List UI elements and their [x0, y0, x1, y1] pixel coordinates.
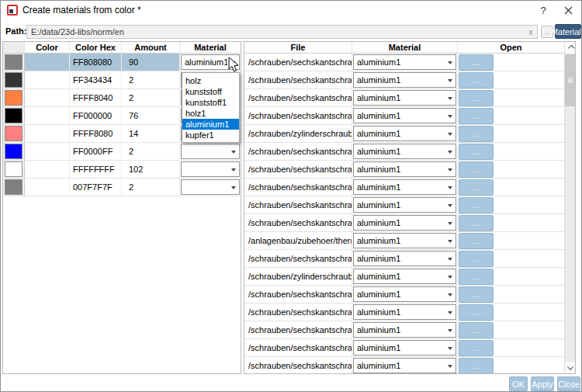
- vertical-scrollbar[interactable]: [564, 42, 575, 373]
- material-combobox[interactable]: aluminium1: [353, 72, 456, 88]
- chevron-down-icon[interactable]: [444, 344, 456, 352]
- chevron-down-icon[interactable]: [444, 76, 456, 85]
- chevron-down-icon[interactable]: [444, 237, 456, 245]
- chevron-down-icon[interactable]: [444, 308, 456, 317]
- help-button[interactable]: ?: [532, 1, 555, 19]
- path-input[interactable]: E:/data/23d-libs/norm/en x: [26, 25, 538, 39]
- chevron-down-icon[interactable]: [444, 362, 456, 370]
- chevron-down-icon[interactable]: [444, 130, 456, 138]
- table-row[interactable]: 007F7F7F2: [3, 179, 241, 196]
- open-browse-button[interactable]: ...: [459, 72, 494, 88]
- open-browse-button[interactable]: ...: [459, 197, 494, 213]
- table-row[interactable]: /schrauben/sechskantschraub...aluminium1…: [244, 250, 564, 268]
- open-browse-button[interactable]: ...: [459, 251, 494, 267]
- open-browse-button[interactable]: ...: [459, 358, 494, 374]
- table-row[interactable]: /schrauben/sechskantschraub...aluminium1…: [244, 179, 564, 196]
- table-row[interactable]: /schrauben/sechskantschraub...aluminium1…: [244, 321, 564, 339]
- chevron-down-icon[interactable]: [444, 165, 456, 174]
- material-combobox[interactable]: [181, 161, 240, 177]
- material-combobox[interactable]: aluminium1: [353, 197, 456, 213]
- material-combobox[interactable]: aluminium1: [353, 144, 456, 159]
- chevron-down-icon[interactable]: [444, 201, 456, 210]
- open-browse-button[interactable]: ...: [459, 90, 494, 106]
- apply-button[interactable]: Apply: [531, 376, 554, 391]
- open-browse-button[interactable]: ...: [459, 215, 494, 231]
- table-row[interactable]: FFFFFFFF102: [3, 161, 241, 179]
- table-row[interactable]: /schrauben/sechskantschraub...aluminium1…: [244, 357, 564, 374]
- chevron-down-icon[interactable]: [444, 183, 456, 192]
- material-combobox[interactable]: aluminium1: [353, 161, 456, 177]
- dropdown-option[interactable]: aluminium1: [182, 119, 239, 130]
- scrollbar-thumb[interactable]: [565, 54, 576, 106]
- table-row[interactable]: /schrauben/sechskantschraub...aluminium1…: [244, 339, 564, 357]
- table-row[interactable]: /schrauben/sechskantschraub...aluminium1…: [244, 89, 564, 107]
- chevron-down-icon[interactable]: [444, 219, 456, 227]
- column-header-file[interactable]: File: [244, 42, 352, 53]
- material-combobox[interactable]: aluminium1: [353, 358, 456, 373]
- table-row[interactable]: FF80808090aluminium1: [3, 54, 241, 71]
- material-combobox[interactable]: aluminium1: [353, 304, 456, 320]
- open-browse-button[interactable]: ...: [459, 269, 494, 285]
- open-browse-button[interactable]: ...: [459, 108, 494, 124]
- open-browse-button[interactable]: ...: [459, 179, 494, 196]
- dropdown-option[interactable]: holz1: [182, 108, 239, 119]
- close-icon[interactable]: [556, 1, 580, 19]
- scroll-down-icon[interactable]: [565, 362, 576, 373]
- chevron-down-icon[interactable]: [227, 147, 239, 156]
- open-browse-button[interactable]: ...: [459, 161, 494, 178]
- table-row[interactable]: /schrauben/sechskantschraub...aluminium1…: [244, 286, 564, 304]
- material-combobox[interactable]: aluminium1: [353, 215, 456, 231]
- table-row[interactable]: /anlagenbau/zubehoer/therm...aluminium1.…: [244, 232, 564, 250]
- chevron-down-icon[interactable]: [227, 165, 239, 174]
- open-browse-button[interactable]: ...: [459, 322, 494, 338]
- open-browse-button[interactable]: ...: [459, 126, 494, 142]
- dropdown-option[interactable]: kupfer1: [182, 130, 239, 140]
- chevron-down-icon[interactable]: [444, 147, 456, 156]
- chevron-down-icon[interactable]: [444, 94, 456, 102]
- column-header-open[interactable]: Open: [458, 42, 564, 53]
- material-combobox[interactable]: aluminium1: [353, 340, 456, 356]
- chevron-down-icon[interactable]: [444, 58, 456, 67]
- open-browse-button[interactable]: ...: [459, 340, 494, 356]
- table-row[interactable]: FF0000FF2: [3, 143, 241, 161]
- column-header-material-right[interactable]: Material: [352, 42, 458, 53]
- material-combobox[interactable]: aluminium1: [353, 54, 456, 70]
- close-button[interactable]: Close: [557, 376, 580, 391]
- table-row[interactable]: /schrauben/sechskantschraub...aluminium1…: [244, 54, 564, 71]
- material-combobox[interactable]: aluminium1: [353, 322, 456, 338]
- table-row[interactable]: /schrauben/sechskantschraub...aluminium1…: [244, 161, 564, 179]
- material-combobox[interactable]: [181, 144, 240, 159]
- open-browse-button[interactable]: ...: [459, 286, 494, 303]
- table-row[interactable]: /schrauben/zylinderschrauben...aluminium…: [244, 268, 564, 286]
- chevron-down-icon[interactable]: [444, 326, 456, 335]
- table-row[interactable]: /schrauben/sechskantschraub...aluminium1…: [244, 304, 564, 321]
- materials-button[interactable]: Materials: [555, 24, 581, 39]
- material-combobox[interactable]: aluminium1: [353, 126, 456, 141]
- scroll-up-icon[interactable]: [565, 42, 576, 54]
- dropdown-option[interactable]: kunststoff1: [182, 97, 239, 108]
- open-browse-button[interactable]: ...: [459, 233, 494, 249]
- open-browse-button[interactable]: ...: [459, 54, 494, 71]
- table-row[interactable]: /schrauben/zylinderschrauben...aluminium…: [244, 125, 564, 143]
- material-combobox[interactable]: aluminium1: [353, 269, 456, 284]
- table-row[interactable]: /schrauben/sechskantschraub...aluminium1…: [244, 196, 564, 214]
- dropdown-option[interactable]: kunststoff: [182, 86, 239, 97]
- dropdown-option[interactable]: holz: [182, 75, 239, 86]
- material-combobox[interactable]: aluminium1: [353, 233, 456, 248]
- material-combobox[interactable]: aluminium1: [353, 251, 456, 266]
- table-row[interactable]: /schrauben/sechskantschraub...aluminium1…: [244, 71, 564, 89]
- ok-button[interactable]: OK: [509, 376, 528, 391]
- table-row[interactable]: /schrauben/sechskantschraub...aluminium1…: [244, 214, 564, 232]
- column-header-color-hex[interactable]: Color Hex: [70, 42, 122, 53]
- column-header-amount[interactable]: Amount: [122, 42, 180, 53]
- column-header-color[interactable]: Color: [25, 42, 70, 53]
- chevron-down-icon[interactable]: [444, 255, 456, 263]
- open-browse-button[interactable]: ...: [459, 144, 494, 160]
- chevron-down-icon[interactable]: [227, 183, 239, 192]
- open-browse-button[interactable]: ...: [459, 304, 494, 321]
- chevron-down-icon[interactable]: [444, 112, 456, 120]
- table-row[interactable]: /schrauben/sechskantschraub...aluminium1…: [244, 107, 564, 125]
- material-combobox[interactable]: aluminium1: [353, 179, 456, 195]
- material-combobox[interactable]: [181, 179, 240, 195]
- table-row[interactable]: /schrauben/sechskantschraub...aluminium1…: [244, 143, 564, 161]
